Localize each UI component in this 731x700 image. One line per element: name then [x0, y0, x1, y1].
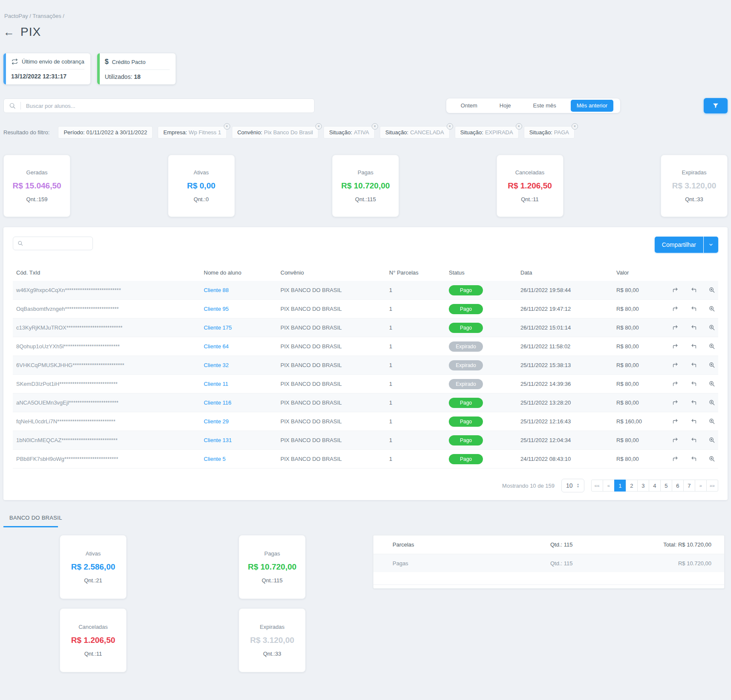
- bank-summary-card: Pagas R$ 10.720,00 Qnt.:115: [239, 535, 306, 599]
- forward-icon[interactable]: [672, 324, 679, 331]
- forward-icon[interactable]: [672, 343, 679, 350]
- status-badge: Pago: [449, 398, 483, 408]
- txid-cell: c13KyRjKMJuTROX*************************…: [13, 324, 200, 331]
- client-link[interactable]: Cliente 116: [204, 399, 231, 406]
- forward-icon[interactable]: [672, 286, 679, 294]
- client-link[interactable]: Cliente 131: [204, 437, 232, 443]
- page-size-value: 10: [566, 482, 573, 489]
- undo-icon[interactable]: [690, 286, 697, 294]
- chip-close-icon[interactable]: ×: [447, 123, 453, 130]
- summary-qty: Qnt.:115: [355, 196, 376, 202]
- chip-close-icon[interactable]: ×: [516, 123, 522, 130]
- page-button[interactable]: 6: [672, 480, 684, 492]
- client-link[interactable]: Cliente 29: [204, 418, 229, 425]
- undo-icon[interactable]: [690, 455, 697, 463]
- filter-chip: Convênio:Pix Banco Do Brasil ×: [232, 126, 318, 139]
- status-badge: Expirado: [449, 379, 483, 389]
- quick-filter-option[interactable]: Mês anterior: [571, 100, 613, 112]
- status-badge: Expirado: [449, 360, 483, 370]
- table-search-box[interactable]: [13, 237, 93, 250]
- parcelas-cell: 1: [386, 456, 445, 462]
- last-billing-card: Último envio de cobrança 13/12/2022 12:3…: [3, 53, 90, 84]
- page-size-select[interactable]: 10 ▲▼: [561, 479, 584, 492]
- page-button[interactable]: 3: [637, 480, 649, 492]
- client-link[interactable]: Cliente 175: [204, 324, 232, 331]
- forward-icon[interactable]: [672, 380, 679, 388]
- summary-qty: Qnt.:11: [84, 651, 102, 657]
- undo-icon[interactable]: [690, 399, 697, 406]
- prev-page-button[interactable]: «: [603, 480, 615, 492]
- chip-close-icon[interactable]: ×: [315, 123, 322, 130]
- zoom-in-icon[interactable]: [708, 399, 716, 406]
- first-page-button[interactable]: ««: [591, 480, 603, 492]
- forward-icon[interactable]: [672, 305, 679, 312]
- client-link[interactable]: Cliente 5: [204, 456, 225, 462]
- client-link[interactable]: Cliente 32: [204, 362, 229, 368]
- zoom-in-icon[interactable]: [708, 362, 716, 369]
- table-search-input[interactable]: [27, 240, 88, 247]
- zoom-in-icon[interactable]: [708, 286, 716, 294]
- undo-icon[interactable]: [690, 380, 697, 388]
- undo-icon[interactable]: [690, 305, 697, 312]
- undo-icon[interactable]: [690, 343, 697, 350]
- forward-icon[interactable]: [672, 399, 679, 406]
- zoom-in-icon[interactable]: [708, 305, 716, 312]
- column-header: Convênio: [277, 269, 386, 276]
- page-title: PIX: [20, 25, 41, 39]
- share-button[interactable]: Compartilhar: [655, 237, 703, 253]
- page-button[interactable]: 5: [660, 480, 672, 492]
- forward-icon[interactable]: [672, 455, 679, 463]
- forward-icon[interactable]: [672, 437, 679, 444]
- next-page-button[interactable]: »: [695, 480, 707, 492]
- zoom-in-icon[interactable]: [708, 343, 716, 350]
- client-link[interactable]: Cliente 11: [204, 381, 228, 387]
- chip-close-icon[interactable]: ×: [572, 123, 578, 130]
- convenio-cell: PIX BANCO DO BRASIL: [277, 362, 386, 368]
- quick-filter-option[interactable]: Hoje: [488, 100, 522, 112]
- value-cell: R$ 80,00: [613, 287, 668, 293]
- undo-icon[interactable]: [690, 324, 697, 331]
- forward-icon[interactable]: [672, 362, 679, 369]
- summary-label: Ativas: [194, 169, 208, 176]
- parcelas-row: Pagas Qtd.: 115 R$ 10.720,00: [373, 554, 724, 572]
- column-header: Valor: [613, 269, 668, 276]
- chip-label: Convênio:: [237, 129, 263, 136]
- zoom-in-icon[interactable]: [708, 380, 716, 388]
- zoom-in-icon[interactable]: [708, 437, 716, 444]
- summary-qty: Qnt.:33: [263, 651, 281, 657]
- zoom-in-icon[interactable]: [708, 324, 716, 331]
- breadcrumb[interactable]: PactoPay / Transações /: [4, 0, 728, 19]
- quick-filter-option[interactable]: Este mês: [522, 100, 567, 112]
- share-dropdown-toggle[interactable]: [704, 237, 718, 253]
- page-button[interactable]: 4: [649, 480, 661, 492]
- funnel-icon: [712, 102, 719, 109]
- quick-filter-option[interactable]: Ontem: [450, 100, 488, 112]
- zoom-in-icon[interactable]: [708, 455, 716, 463]
- status-badge: Pago: [449, 435, 483, 445]
- parcelas-cell: 1: [386, 418, 445, 425]
- bank-tab[interactable]: BANCO DO BRASIL: [3, 515, 68, 527]
- chip-close-icon[interactable]: ×: [372, 123, 378, 130]
- chip-close-icon[interactable]: ×: [224, 123, 230, 130]
- search-input[interactable]: [25, 102, 309, 110]
- divider: [20, 102, 21, 110]
- dollar-icon: $: [105, 58, 109, 66]
- zoom-in-icon[interactable]: [708, 418, 716, 425]
- undo-icon[interactable]: [690, 437, 697, 444]
- back-arrow-icon[interactable]: ←: [3, 26, 14, 38]
- page-button[interactable]: 2: [626, 480, 638, 492]
- client-link[interactable]: Cliente 95: [204, 306, 229, 312]
- summary-qty: Qnt.:115: [262, 577, 283, 584]
- page-button[interactable]: 7: [683, 480, 695, 492]
- client-link[interactable]: Cliente 88: [204, 287, 229, 293]
- student-search-box[interactable]: [3, 98, 315, 113]
- forward-icon[interactable]: [672, 418, 679, 425]
- page-button[interactable]: 1: [614, 480, 626, 492]
- summary-card: Geradas R$ 15.046,50 Qnt.:159: [3, 155, 70, 217]
- filter-button[interactable]: [704, 98, 728, 113]
- undo-icon[interactable]: [690, 362, 697, 369]
- chip-value: 01/11/2022 à 30/11/2022: [87, 129, 147, 136]
- last-page-button[interactable]: »»: [706, 480, 718, 492]
- undo-icon[interactable]: [690, 418, 697, 425]
- client-link[interactable]: Cliente 64: [204, 343, 229, 350]
